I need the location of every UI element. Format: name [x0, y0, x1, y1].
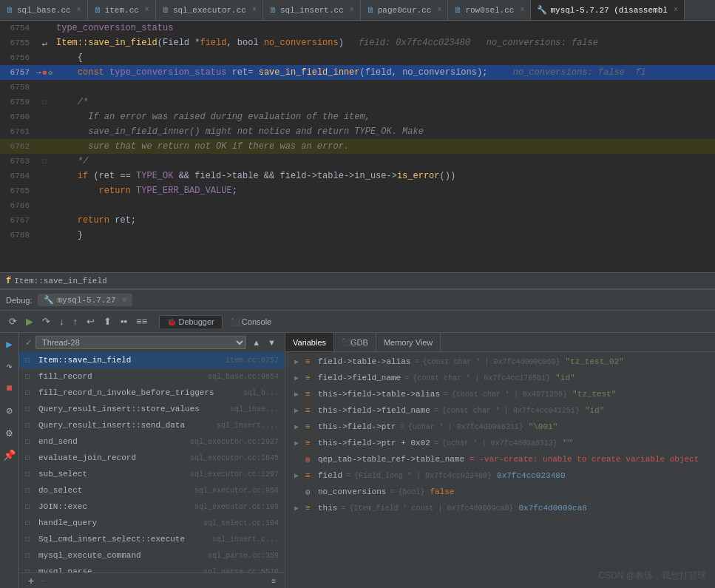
side-icon-step[interactable]: ↷: [1, 358, 18, 374]
resume-button[interactable]: ▶: [23, 314, 36, 328]
run-to-cursor-button[interactable]: ↩: [84, 314, 98, 328]
frame-item-12[interactable]: □mysql_execute_commandsql_parse.cc:359: [19, 547, 285, 564]
tab-close[interactable]: ×: [674, 6, 678, 14]
frame-name: fill_record_n_invoke_before_triggers: [38, 388, 240, 397]
tab-mysql-disassembly[interactable]: 🔧 mysql-5.7.27 (disassembl ×: [531, 0, 684, 20]
var-eq: =: [400, 423, 404, 431]
frame-item-9[interactable]: □JOIN::execsql_executor.cc:199: [19, 499, 285, 515]
var-type: {uchar * | 0x7fc4d00a6311}: [408, 423, 523, 431]
var-eq: =: [390, 488, 394, 496]
frame-file: sql_insert.c...: [212, 535, 279, 544]
code-line-6758: 6758: [0, 80, 715, 95]
frame-item-4[interactable]: □Query_result_insert::send_datasql_inser…: [19, 417, 285, 433]
var-type: {const char * | 0x7fc4d000c060}: [422, 358, 560, 366]
mute-breakpoints-button[interactable]: ▪▪: [118, 314, 130, 328]
restart-button[interactable]: ⟳: [6, 314, 20, 328]
thread-check-icon: ✓: [25, 337, 33, 348]
var-item-7[interactable]: ▶≡field={Field_long * | 0x7fc4cc023480}0…: [285, 467, 715, 484]
thread-down-button[interactable]: ▼: [265, 337, 279, 348]
side-icon-mute[interactable]: ⊘: [1, 402, 18, 419]
var-item-0[interactable]: ▶≡field->table->alias={const char * | 0x…: [285, 354, 715, 370]
var-item-1[interactable]: ▶≡field->field_name={const char * | 0x7f…: [285, 370, 715, 386]
var-name: no_conversions: [318, 487, 386, 496]
frame-item-11[interactable]: □Sql_cmd_insert_select::executesql_inser…: [19, 531, 285, 547]
tab-close[interactable]: ×: [520, 6, 524, 14]
watermark: CSDN @教练，我想打篮球: [598, 570, 706, 582]
frames-remove-button[interactable]: −: [37, 575, 49, 587]
debug-session-close[interactable]: ×: [122, 296, 127, 305]
debug-session-tab[interactable]: 🔧 mysql-5.7.27 ×: [38, 294, 132, 306]
side-icon-stop[interactable]: ■: [1, 380, 18, 396]
frame-item-7[interactable]: □sub_selectsql_executor.cc:1297: [19, 466, 285, 482]
frame-item-10[interactable]: □handle_querysql_select.cc:184: [19, 515, 285, 531]
tab-icon: 🗎: [6, 5, 14, 15]
tab-console[interactable]: ⬛ Console: [223, 315, 279, 328]
tab-gdb[interactable]: ⬛ GDB: [334, 333, 376, 351]
step-over-button[interactable]: ↷: [39, 314, 53, 328]
side-icon-settings[interactable]: ⚙: [1, 425, 18, 441]
variables-list: ▶≡field->table->alias={const char * | 0x…: [285, 352, 715, 588]
frame-file: sql_b...: [243, 389, 279, 397]
frames-list: □Item::save_in_fielditem.cc:6757□fill_re…: [19, 352, 285, 572]
var-name: this->field->ptr + 0x02: [318, 439, 430, 447]
frame-item-3[interactable]: □Query_result_insert::store_valuessql_in…: [19, 401, 285, 417]
debug-arrow-icon: →: [36, 68, 41, 77]
tab-close[interactable]: ×: [437, 6, 441, 14]
tab-sql-executor[interactable]: 🗎 sql_executor.cc ×: [156, 0, 263, 20]
tab-row0sel[interactable]: 🗎 row0sel.cc ×: [448, 0, 531, 20]
var-name: this: [318, 504, 337, 513]
tab-sql-base[interactable]: 🗎 sql_base.cc ×: [0, 0, 88, 20]
frame-item-0[interactable]: □Item::save_in_fielditem.cc:6757: [19, 352, 285, 368]
var-type-icon: ≡: [305, 504, 316, 513]
var-item-2[interactable]: ▶≡this->field->table->alias={const char …: [285, 386, 715, 402]
up-frame-button[interactable]: ⬆: [101, 314, 115, 328]
tab-close[interactable]: ×: [252, 6, 257, 14]
thread-selector[interactable]: Thread-28: [35, 336, 246, 349]
frames-add-button[interactable]: +: [25, 575, 37, 587]
code-line-6761: 6761 save_in_field_inner() might not not…: [0, 124, 715, 139]
var-item-4[interactable]: ▶≡this->field->ptr={uchar * | 0x7fc4d00a…: [285, 419, 715, 435]
var-item-9[interactable]: ▶≡this={Item_field * const | 0x7fc4d0009…: [285, 500, 715, 516]
tab-sql-insert[interactable]: 🗎 sql_insert.cc ×: [263, 0, 361, 20]
tab-close[interactable]: ×: [77, 6, 81, 14]
frame-file-icon: □: [25, 519, 35, 527]
frame-file: sql_executor.cc:2927: [190, 438, 279, 446]
tab-memory-view[interactable]: Memory View: [376, 333, 441, 351]
console-icon: ⬛: [231, 318, 240, 326]
side-icon-pin[interactable]: 📌: [1, 447, 18, 463]
view-breakpoints-button[interactable]: ≡≡: [133, 314, 150, 328]
debugger-icon: 🐞: [167, 318, 176, 326]
frame-name: JOIN::exec: [38, 502, 192, 511]
var-value: "": [563, 439, 572, 447]
tab-close[interactable]: ×: [145, 6, 149, 14]
var-item-6[interactable]: ⊗qep_tab->table_ref->table_name= -var-cr…: [285, 451, 715, 467]
frame-item-8[interactable]: □do_selectsql_executor.cc:950: [19, 482, 285, 499]
var-item-5[interactable]: ▶≡this->field->ptr + 0x02={uchar * | 0x7…: [285, 435, 715, 451]
side-icon-resume[interactable]: ▶: [1, 336, 18, 352]
tab-close[interactable]: ×: [350, 6, 354, 14]
frame-item-13[interactable]: □mysql_parsesql_parse.cc:5570: [19, 564, 285, 572]
breadcrumb-bar: f Item::save_in_field: [0, 272, 715, 288]
frame-item-6[interactable]: □evaluate_join_recordsql_executor.cc:164…: [19, 450, 285, 466]
var-value: "id": [585, 406, 604, 415]
tab-debugger[interactable]: 🐞 Debugger: [159, 315, 222, 328]
frame-file: sql_inse...: [230, 405, 279, 413]
editor-area: 6754 type_conversion_status 6755 ↵ Item:…: [0, 21, 715, 272]
thread-buttons: ▲ ▼: [249, 337, 279, 348]
var-item-8[interactable]: ⊙no_conversions={bool}false: [285, 484, 715, 500]
tab-variables[interactable]: Variables: [285, 333, 334, 351]
var-type-icon: ≡: [305, 471, 316, 480]
frame-item-5[interactable]: □end_sendsql_executor.cc:2927: [19, 433, 285, 450]
tab-page0cur[interactable]: 🗎 page0cur.cc ×: [361, 0, 449, 20]
frame-file-icon: □: [25, 454, 35, 462]
var-type: {uchar * | 0x7fc4d00a6313}: [442, 439, 558, 447]
frame-item-2[interactable]: □fill_record_n_invoke_before_triggerssql…: [19, 385, 285, 401]
code-line-6757: 6757 → ● ✿ const type_conversion_status …: [0, 65, 715, 80]
thread-up-button[interactable]: ▲: [249, 337, 263, 348]
frames-scroll-button[interactable]: ≡: [268, 575, 279, 587]
step-into-button[interactable]: ↓: [56, 314, 67, 328]
step-out-button[interactable]: ↑: [70, 314, 81, 328]
var-item-3[interactable]: ▶≡this->field->field_name={const char * …: [285, 402, 715, 419]
frame-item-1[interactable]: □fill_recordsql_base.cc:9654: [19, 368, 285, 385]
tab-item[interactable]: 🗎 item.cc ×: [88, 0, 156, 20]
